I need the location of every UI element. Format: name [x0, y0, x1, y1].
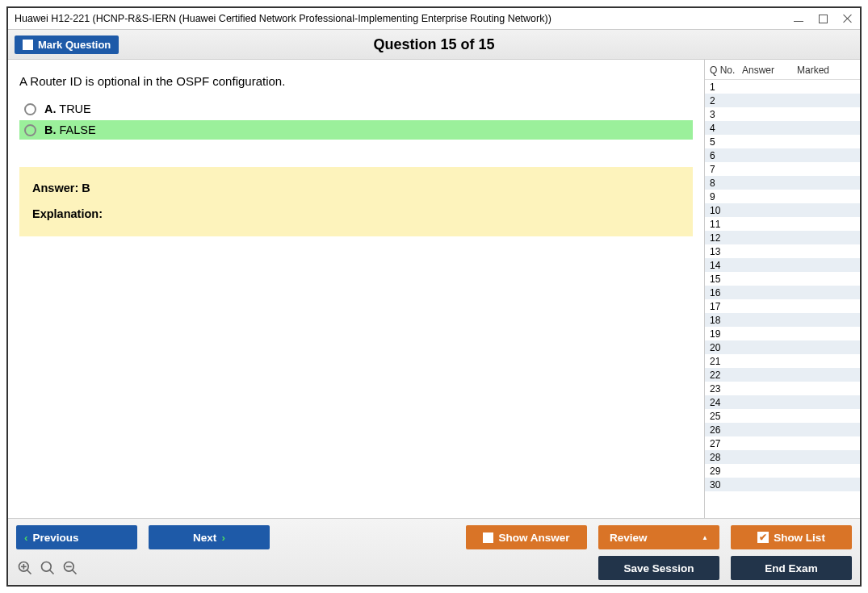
list-row[interactable]: 16 [705, 286, 860, 299]
zoom-in-icon[interactable] [16, 559, 34, 577]
list-row[interactable]: 11 [705, 217, 860, 231]
explanation-label: Explanation: [32, 207, 680, 220]
list-qno: 20 [710, 342, 742, 353]
list-row[interactable]: 10 [705, 203, 860, 217]
list-qno: 1 [710, 81, 742, 93]
show-list-button[interactable]: ✔ Show List [731, 525, 852, 549]
app-window: Huawei H12-221 (HCNP-R&S-IERN (Huawei Ce… [6, 6, 862, 587]
review-button[interactable]: Review ▲ [598, 525, 719, 549]
question-list-body[interactable]: 1234567891011121314151617181920212223242… [705, 80, 860, 518]
window-controls [793, 13, 853, 24]
question-text: A Router ID is optional in the OSPF conf… [8, 60, 704, 99]
list-row[interactable]: 6 [705, 148, 860, 162]
checkbox-empty-icon [483, 532, 493, 543]
list-qno: 7 [710, 164, 742, 175]
svg-point-4 [42, 562, 52, 572]
save-session-label: Save Session [623, 562, 694, 574]
list-qno: 28 [710, 452, 742, 463]
review-label: Review [610, 532, 648, 544]
list-row[interactable]: 17 [705, 299, 860, 313]
mark-question-label: Mark Question [38, 39, 111, 51]
list-qno: 6 [710, 150, 742, 161]
answer-label: Answer: B [32, 182, 680, 194]
list-row[interactable]: 22 [705, 368, 860, 382]
list-row[interactable]: 4 [705, 121, 860, 135]
maximize-icon[interactable] [819, 15, 828, 23]
next-button[interactable]: Next › [149, 525, 270, 549]
list-row[interactable]: 1 [705, 80, 860, 94]
list-qno: 17 [710, 301, 742, 312]
answer-box: Answer: B Explanation: [19, 167, 693, 236]
list-row[interactable]: 8 [705, 176, 860, 190]
list-row[interactable]: 7 [705, 162, 860, 176]
show-answer-label: Show Answer [498, 532, 569, 544]
list-row[interactable]: 3 [705, 107, 860, 121]
col-answer-header: Answer [742, 65, 797, 76]
show-list-label: Show List [774, 532, 825, 544]
list-row[interactable]: 15 [705, 272, 860, 286]
list-qno: 30 [710, 479, 742, 491]
options-list: A. TRUEB. FALSE [8, 99, 704, 141]
list-qno: 22 [710, 370, 742, 381]
zoom-icons [16, 559, 79, 577]
zoom-reset-icon[interactable] [39, 559, 57, 577]
list-row[interactable]: 27 [705, 436, 860, 450]
list-row[interactable]: 2 [705, 94, 860, 107]
end-exam-button[interactable]: End Exam [731, 556, 852, 580]
list-row[interactable]: 20 [705, 340, 860, 354]
mark-question-button[interactable]: Mark Question [15, 35, 119, 54]
list-qno: 18 [710, 315, 742, 326]
list-row[interactable]: 18 [705, 313, 860, 327]
option-text: FALSE [60, 123, 96, 136]
list-row[interactable]: 12 [705, 231, 860, 244]
footer-row-2: Save Session End Exam [16, 556, 852, 580]
option-row[interactable]: B. FALSE [19, 120, 693, 140]
option-label: A. TRUE [44, 102, 91, 115]
list-qno: 26 [710, 424, 742, 436]
list-qno: 5 [710, 136, 742, 148]
list-row[interactable]: 25 [705, 409, 860, 423]
list-row[interactable]: 23 [705, 382, 860, 395]
radio-icon [24, 103, 36, 115]
list-row[interactable]: 14 [705, 258, 860, 272]
list-row[interactable]: 19 [705, 327, 860, 340]
zoom-out-icon[interactable] [61, 559, 79, 577]
list-qno: 9 [710, 191, 742, 203]
list-qno: 11 [710, 219, 742, 230]
checkbox-empty-icon [23, 40, 33, 50]
list-qno: 14 [710, 260, 742, 271]
list-row[interactable]: 26 [705, 423, 860, 436]
list-qno: 3 [710, 109, 742, 120]
option-row[interactable]: A. TRUE [19, 99, 693, 119]
show-answer-button[interactable]: Show Answer [466, 525, 587, 549]
list-qno: 25 [710, 411, 742, 422]
list-row[interactable]: 9 [705, 190, 860, 203]
svg-line-7 [73, 570, 77, 574]
option-letter: B. [44, 123, 57, 136]
option-text: TRUE [59, 102, 90, 115]
list-row[interactable]: 29 [705, 464, 860, 478]
list-row[interactable]: 5 [705, 135, 860, 148]
minimize-icon[interactable] [793, 13, 804, 24]
list-row[interactable]: 21 [705, 354, 860, 368]
question-pane: A Router ID is optional in the OSPF conf… [8, 60, 704, 518]
previous-button[interactable]: ‹ Previous [16, 525, 137, 549]
title-bar: Huawei H12-221 (HCNP-R&S-IERN (Huawei Ce… [8, 8, 860, 29]
col-marked-header: Marked [797, 65, 857, 76]
list-row[interactable]: 28 [705, 450, 860, 464]
list-row[interactable]: 30 [705, 478, 860, 491]
list-qno: 24 [710, 397, 742, 408]
list-row[interactable]: 24 [705, 395, 860, 409]
end-exam-label: End Exam [765, 562, 817, 574]
chevron-left-icon: ‹ [24, 532, 28, 544]
list-qno: 16 [710, 287, 742, 299]
list-qno: 8 [710, 177, 742, 189]
svg-line-1 [27, 570, 31, 574]
col-qno-header: Q No. [710, 65, 742, 76]
list-qno: 2 [710, 95, 742, 106]
list-row[interactable]: 13 [705, 244, 860, 258]
svg-line-5 [50, 570, 54, 574]
question-counter: Question 15 of 15 [373, 36, 494, 53]
save-session-button[interactable]: Save Session [598, 556, 719, 580]
close-icon[interactable] [842, 13, 853, 24]
